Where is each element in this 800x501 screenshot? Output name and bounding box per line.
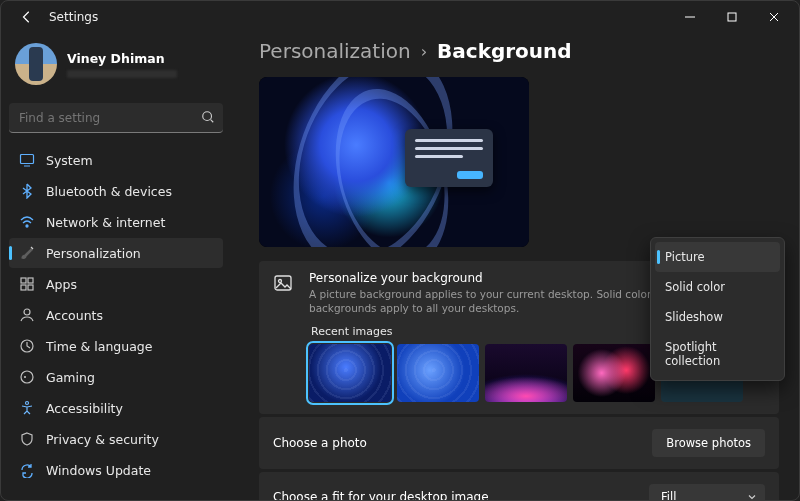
browse-photos-button[interactable]: Browse photos — [652, 429, 765, 457]
accessibility-icon — [19, 400, 35, 416]
system-icon — [19, 152, 35, 168]
user-name: Viney Dhiman — [67, 51, 177, 66]
background-preview — [259, 77, 529, 247]
sidebar-item-gaming[interactable]: Gaming — [9, 362, 223, 392]
sidebar-item-time-language[interactable]: Time & language — [9, 331, 223, 361]
sidebar-item-accounts[interactable]: Accounts — [9, 300, 223, 330]
sidebar-item-label: Windows Update — [46, 463, 151, 478]
search-input[interactable] — [9, 103, 223, 133]
background-type-dropdown: Picture Solid color Slideshow Spotlight … — [650, 237, 785, 381]
sidebar-item-update[interactable]: Windows Update — [9, 455, 223, 485]
preview-window-mock — [405, 129, 493, 187]
sidebar-item-apps[interactable]: Apps — [9, 269, 223, 299]
avatar — [15, 43, 57, 85]
main-content: Personalization › Background Personalize… — [231, 33, 799, 500]
svg-rect-6 — [21, 285, 26, 290]
svg-point-11 — [26, 402, 29, 405]
clock-globe-icon — [19, 338, 35, 354]
bluetooth-icon — [19, 183, 35, 199]
sidebar-item-label: Gaming — [46, 370, 95, 385]
image-icon — [273, 273, 299, 293]
wifi-icon — [19, 214, 35, 230]
svg-point-10 — [21, 371, 33, 383]
sidebar-item-label: Accounts — [46, 308, 103, 323]
page-title: Background — [437, 39, 572, 63]
minimize-button[interactable] — [669, 3, 711, 31]
sidebar-item-network[interactable]: Network & internet — [9, 207, 223, 237]
user-profile[interactable]: Viney Dhiman — [9, 37, 223, 95]
person-icon — [19, 307, 35, 323]
search-container — [9, 103, 223, 133]
dropdown-option-slideshow[interactable]: Slideshow — [655, 302, 780, 332]
sidebar-item-personalization[interactable]: Personalization — [9, 238, 223, 268]
sidebar-item-label: Accessibility — [46, 401, 123, 416]
search-icon — [201, 110, 215, 124]
apps-icon — [19, 276, 35, 292]
svg-rect-12 — [275, 276, 291, 290]
gaming-icon — [19, 369, 35, 385]
svg-rect-2 — [21, 155, 34, 164]
choose-photo-row: Choose a photo Browse photos — [259, 417, 779, 469]
svg-rect-5 — [28, 278, 33, 283]
shield-icon — [19, 431, 35, 447]
sidebar-item-label: Personalization — [46, 246, 141, 261]
recent-thumb-3[interactable] — [485, 344, 567, 402]
sidebar-item-system[interactable]: System — [9, 145, 223, 175]
window-title: Settings — [49, 10, 669, 24]
nav-list: System Bluetooth & devices Network & int… — [9, 145, 223, 485]
recent-thumb-1[interactable] — [309, 344, 391, 402]
sidebar-item-label: Time & language — [46, 339, 152, 354]
dropdown-option-solid-color[interactable]: Solid color — [655, 272, 780, 302]
fit-select[interactable]: Fill — [649, 484, 765, 500]
svg-point-1 — [203, 112, 212, 121]
svg-point-13 — [279, 280, 282, 283]
sidebar-item-label: Apps — [46, 277, 77, 292]
svg-rect-7 — [28, 285, 33, 290]
back-button[interactable] — [9, 3, 45, 31]
sidebar-item-bluetooth[interactable]: Bluetooth & devices — [9, 176, 223, 206]
svg-point-3 — [26, 225, 28, 227]
breadcrumb: Personalization › Background — [259, 39, 779, 63]
paintbrush-icon — [19, 245, 35, 261]
dropdown-option-spotlight[interactable]: Spotlight collection — [655, 332, 780, 376]
choose-fit-row: Choose a fit for your desktop image Fill — [259, 472, 779, 500]
fit-value: Fill — [661, 490, 676, 500]
sidebar-item-label: Privacy & security — [46, 432, 159, 447]
sidebar-item-label: Bluetooth & devices — [46, 184, 172, 199]
sidebar-item-accessibility[interactable]: Accessibility — [9, 393, 223, 423]
sidebar: Viney Dhiman System Bluetooth & devices … — [1, 33, 231, 500]
close-button[interactable] — [753, 3, 795, 31]
sidebar-item-label: System — [46, 153, 93, 168]
choose-photo-label: Choose a photo — [273, 436, 367, 450]
sidebar-item-label: Network & internet — [46, 215, 165, 230]
breadcrumb-parent[interactable]: Personalization — [259, 39, 411, 63]
user-email-redacted — [67, 70, 177, 78]
svg-point-8 — [24, 309, 30, 315]
maximize-button[interactable] — [711, 3, 753, 31]
choose-fit-label: Choose a fit for your desktop image — [273, 490, 489, 500]
chevron-right-icon: › — [421, 42, 427, 61]
update-icon — [19, 462, 35, 478]
svg-rect-4 — [21, 278, 26, 283]
titlebar: Settings — [1, 1, 799, 33]
svg-rect-0 — [728, 13, 736, 21]
sidebar-item-privacy[interactable]: Privacy & security — [9, 424, 223, 454]
dropdown-option-picture[interactable]: Picture — [655, 242, 780, 272]
chevron-down-icon — [747, 492, 757, 500]
recent-thumb-4[interactable] — [573, 344, 655, 402]
recent-thumb-2[interactable] — [397, 344, 479, 402]
